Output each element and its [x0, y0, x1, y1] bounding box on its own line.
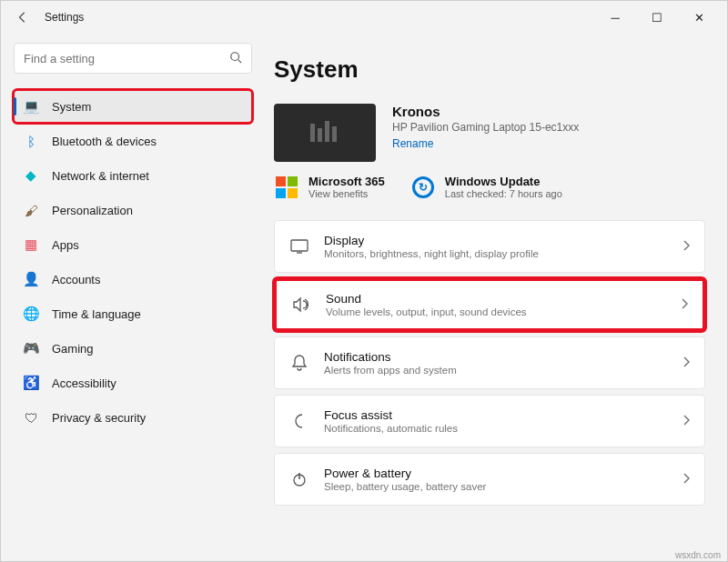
- promo-windows-update[interactable]: ↻ Windows Update Last checked: 7 hours a…: [410, 175, 562, 200]
- sidebar-item-label: Time & language: [52, 307, 141, 321]
- notifications-icon: [289, 354, 309, 372]
- sidebar-item-label: Gaming: [52, 342, 94, 356]
- sidebar-icon: ▦: [23, 236, 39, 253]
- card-text: Power & battery Sleep, battery usage, ba…: [324, 467, 668, 492]
- card-power[interactable]: Power & battery Sleep, battery usage, ba…: [274, 453, 705, 506]
- sidebar-item-privacy-security[interactable]: 🛡Privacy & security: [14, 401, 252, 434]
- card-subtitle: Volume levels, output, input, sound devi…: [326, 306, 666, 317]
- promo-update-sub: Last checked: 7 hours ago: [445, 188, 562, 199]
- sidebar-icon: 🖌: [23, 202, 39, 218]
- svg-point-0: [231, 52, 239, 60]
- card-notifications[interactable]: Notifications Alerts from apps and syste…: [274, 336, 705, 389]
- sidebar-item-personalization[interactable]: 🖌Personalization: [14, 194, 252, 226]
- focus-icon: [289, 413, 309, 429]
- svg-rect-4: [325, 121, 329, 142]
- maximize-button[interactable]: ☐: [636, 1, 678, 34]
- promo-update-title: Windows Update: [445, 175, 562, 188]
- card-focus[interactable]: Focus assist Notifications, automatic ru…: [274, 395, 705, 447]
- search-input[interactable]: [24, 52, 229, 65]
- sidebar-item-time-language[interactable]: 🌐Time & language: [14, 297, 252, 330]
- card-text: Notifications Alerts from apps and syste…: [324, 350, 668, 376]
- sidebar-icon: ᛒ: [23, 133, 39, 149]
- sidebar-item-accessibility[interactable]: ♿Accessibility: [14, 366, 252, 399]
- card-title: Display: [324, 234, 668, 247]
- sidebar-icon: 🛡: [23, 409, 39, 426]
- svg-rect-6: [291, 240, 308, 251]
- card-title: Focus assist: [324, 408, 668, 422]
- settings-cards: Display Monitors, brightness, night ligh…: [274, 220, 705, 506]
- card-subtitle: Monitors, brightness, night light, displ…: [324, 248, 668, 259]
- minimize-button[interactable]: ─: [594, 1, 636, 34]
- search-box[interactable]: [14, 43, 252, 74]
- sidebar-icon: 🌐: [23, 306, 39, 322]
- sidebar-item-gaming[interactable]: 🎮Gaming: [14, 332, 252, 365]
- power-icon: [289, 471, 309, 487]
- sidebar-icon: ♿: [23, 375, 39, 391]
- sidebar-nav: 💻SystemᛒBluetooth & devices◆Network & in…: [14, 90, 252, 434]
- card-subtitle: Alerts from apps and system: [324, 365, 668, 376]
- sidebar-item-label: Personalization: [52, 204, 133, 217]
- watermark: wsxdn.com: [675, 550, 721, 560]
- chevron-right-icon: [681, 298, 688, 312]
- back-arrow-icon: [16, 11, 29, 24]
- device-name: Kronos: [392, 104, 579, 119]
- sidebar-icon: 🎮: [23, 340, 39, 356]
- card-display[interactable]: Display Monitors, brightness, night ligh…: [274, 220, 705, 273]
- back-button[interactable]: [8, 3, 37, 32]
- chevron-right-icon: [682, 356, 690, 370]
- titlebar: Settings ─ ☐ ✕: [1, 1, 727, 34]
- device-info: Kronos HP Pavilion Gaming Laptop 15-ec1x…: [392, 104, 579, 151]
- svg-rect-5: [332, 126, 337, 142]
- page-title: System: [274, 55, 705, 84]
- sidebar-item-label: Apps: [52, 238, 79, 252]
- svg-rect-3: [318, 128, 322, 142]
- sidebar-item-label: Accounts: [52, 273, 100, 286]
- sidebar-item-label: Accessibility: [52, 376, 116, 390]
- windows-update-icon: ↻: [410, 175, 436, 200]
- card-sound[interactable]: Sound Volume levels, output, input, soun…: [274, 278, 705, 331]
- sidebar-item-label: Bluetooth & devices: [52, 135, 157, 148]
- sidebar-item-label: Network & internet: [52, 169, 149, 183]
- sidebar-item-network-internet[interactable]: ◆Network & internet: [14, 159, 252, 192]
- window-controls: ─ ☐ ✕: [594, 1, 720, 34]
- sidebar-item-label: System: [52, 100, 91, 114]
- sidebar: 💻SystemᛒBluetooth & devices◆Network & in…: [1, 34, 265, 561]
- chevron-right-icon: [682, 415, 690, 428]
- sidebar-icon: 💻: [23, 98, 39, 115]
- search-icon: [229, 51, 242, 66]
- sidebar-item-accounts[interactable]: 👤Accounts: [14, 263, 252, 296]
- card-subtitle: Sleep, battery usage, battery saver: [324, 481, 668, 492]
- close-button[interactable]: ✕: [678, 1, 720, 34]
- window-title: Settings: [45, 11, 84, 24]
- card-title: Power & battery: [324, 467, 668, 480]
- device-model: HP Pavilion Gaming Laptop 15-ec1xxx: [392, 121, 579, 134]
- device-row: Kronos HP Pavilion Gaming Laptop 15-ec1x…: [274, 104, 705, 162]
- promo-ms365[interactable]: Microsoft 365 View benefits: [274, 175, 385, 200]
- card-text: Focus assist Notifications, automatic ru…: [324, 408, 668, 434]
- chevron-right-icon: [682, 240, 690, 254]
- microsoft-365-icon: [274, 175, 299, 200]
- card-text: Display Monitors, brightness, night ligh…: [324, 234, 668, 259]
- svg-line-1: [238, 59, 242, 63]
- main-content: System Kronos HP Pavilion Gaming Laptop …: [265, 34, 727, 561]
- sidebar-icon: 👤: [23, 271, 39, 287]
- promo-ms365-title: Microsoft 365: [308, 175, 385, 188]
- card-title: Sound: [326, 292, 666, 306]
- chevron-right-icon: [682, 473, 690, 487]
- body: 💻SystemᛒBluetooth & devices◆Network & in…: [1, 34, 727, 561]
- sidebar-item-system[interactable]: 💻System: [14, 90, 252, 123]
- sidebar-item-label: Privacy & security: [52, 411, 146, 425]
- card-title: Notifications: [324, 350, 668, 364]
- svg-rect-2: [310, 124, 315, 142]
- sidebar-item-apps[interactable]: ▦Apps: [14, 228, 252, 261]
- sidebar-item-bluetooth-devices[interactable]: ᛒBluetooth & devices: [14, 125, 252, 157]
- promo-row: Microsoft 365 View benefits ↻ Windows Up…: [274, 175, 705, 200]
- card-text: Sound Volume levels, output, input, soun…: [326, 292, 666, 317]
- promo-ms365-sub: View benefits: [308, 188, 385, 199]
- display-icon: [289, 239, 309, 254]
- sidebar-icon: ◆: [23, 167, 39, 184]
- card-subtitle: Notifications, automatic rules: [324, 423, 668, 434]
- rename-link[interactable]: Rename: [392, 137, 433, 150]
- settings-window: Settings ─ ☐ ✕ 💻SystemᛒBluetooth & devic…: [0, 0, 728, 562]
- sound-icon: [291, 296, 311, 313]
